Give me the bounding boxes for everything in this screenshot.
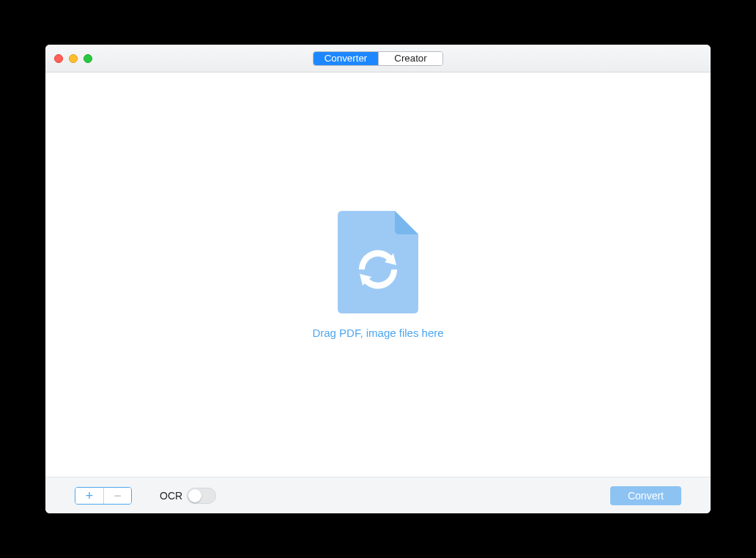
remove-file-button[interactable]: − xyxy=(103,488,131,504)
titlebar: Converter Creator xyxy=(45,45,711,72)
toggle-knob-icon xyxy=(188,489,201,502)
add-remove-group: + − xyxy=(75,487,132,505)
file-convert-icon xyxy=(338,211,418,316)
plus-icon: + xyxy=(86,489,94,502)
drop-area[interactable]: Drag PDF, image files here xyxy=(312,211,443,339)
app-window: Converter Creator Drag PDF, image files … xyxy=(45,45,711,513)
minus-icon: − xyxy=(114,489,122,502)
close-icon[interactable] xyxy=(54,54,63,63)
maximize-icon[interactable] xyxy=(84,54,92,63)
tab-converter[interactable]: Converter xyxy=(314,52,378,65)
ocr-group: OCR xyxy=(160,488,216,504)
convert-button[interactable]: Convert xyxy=(610,486,681,505)
mode-tabs: Converter Creator xyxy=(313,51,443,66)
footer-bar: + − OCR Convert xyxy=(45,477,711,513)
drop-hint-text: Drag PDF, image files here xyxy=(312,327,443,339)
ocr-label: OCR xyxy=(160,490,182,502)
minimize-icon[interactable] xyxy=(69,54,78,63)
ocr-toggle[interactable] xyxy=(187,488,216,504)
tab-creator[interactable]: Creator xyxy=(378,52,442,65)
add-file-button[interactable]: + xyxy=(75,488,103,504)
window-controls xyxy=(54,54,92,63)
content-area: Drag PDF, image files here xyxy=(45,72,711,477)
